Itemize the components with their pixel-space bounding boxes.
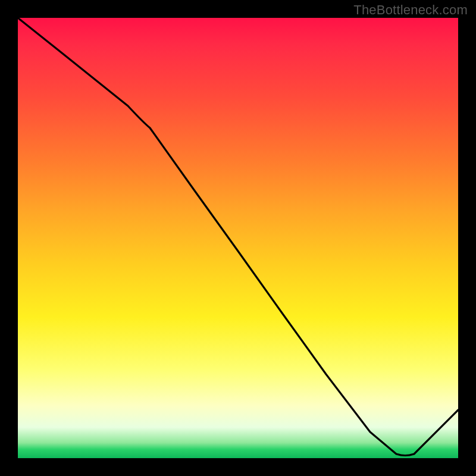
bottleneck-curve [18,18,458,458]
plot-area [18,18,458,458]
chart-frame: TheBottleneck.com [0,0,476,476]
watermark-text: TheBottleneck.com [353,2,468,18]
